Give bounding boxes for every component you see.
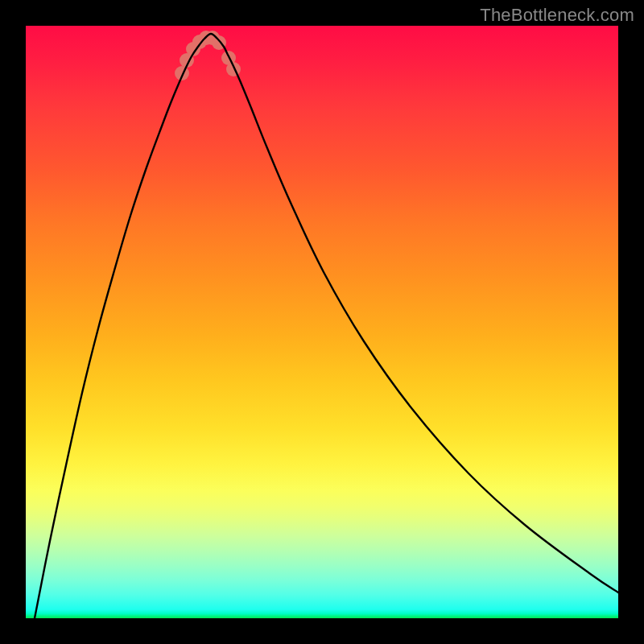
bottleneck-curve-path — [35, 34, 618, 618]
watermark-text: TheBottleneck.com — [480, 5, 634, 26]
chart-svg — [26, 26, 618, 618]
markers-group — [175, 31, 241, 80]
chart-frame: TheBottleneck.com — [0, 0, 644, 644]
